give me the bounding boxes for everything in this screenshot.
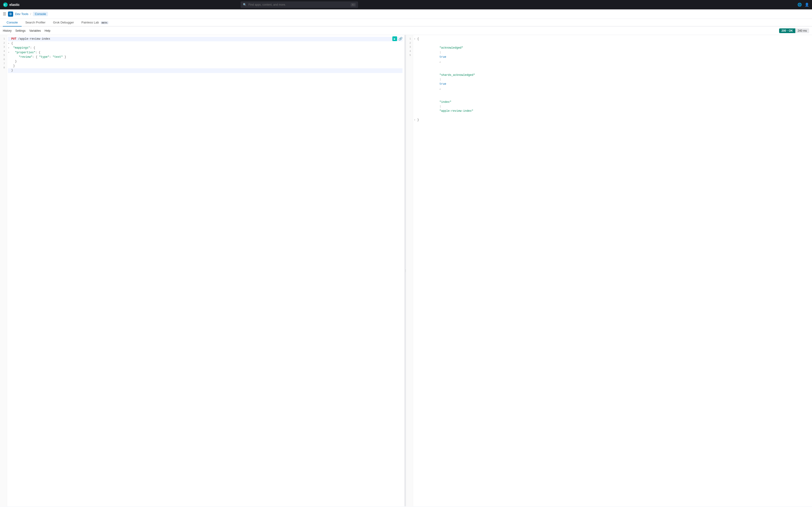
run-button[interactable]: ▶ bbox=[392, 36, 397, 41]
editor-line-7: } bbox=[8, 64, 402, 68]
help-icon[interactable]: 🌐 bbox=[798, 3, 802, 7]
tab-console[interactable]: Console bbox=[3, 19, 21, 26]
hamburger-icon[interactable]: ☰ bbox=[3, 12, 6, 16]
resp-fold-5: ▾ bbox=[414, 118, 417, 122]
fold-icon-2: ▾ bbox=[8, 42, 11, 46]
line-numbers: 1 2 3 4 5 6 7 8 bbox=[0, 35, 7, 506]
response-line-1: ▾ { bbox=[414, 37, 810, 41]
editor-panel[interactable]: 1 2 3 4 5 6 7 8 PUT /apple-review-index bbox=[0, 35, 405, 506]
code-content[interactable]: PUT /apple-review-index ▶ 🔗 ▾ { ▾ "ma bbox=[7, 35, 404, 506]
response-content: ▾ { "acknowledged" : true , bbox=[413, 35, 812, 506]
copy-button[interactable]: 🔗 bbox=[399, 37, 402, 41]
search-shortcut: ⌘/ bbox=[351, 3, 356, 7]
svg-text:e: e bbox=[4, 3, 5, 6]
elastic-logo-icon: e bbox=[3, 2, 8, 7]
response-line-3: "shards_acknowledged" : true , bbox=[414, 68, 810, 95]
tab-painless-lab[interactable]: Painless Lab BETA bbox=[78, 19, 112, 26]
search-icon: 🔍 bbox=[243, 3, 247, 6]
elastic-logo-text: elastic bbox=[9, 3, 20, 7]
global-search-input[interactable] bbox=[248, 3, 349, 6]
editor-container: 1 2 3 4 5 6 7 8 PUT /apple-review-index bbox=[0, 35, 812, 506]
response-line-4: "index" : "apple-review-index" bbox=[414, 95, 810, 118]
resp-fold-1: ▾ bbox=[414, 37, 417, 41]
help-button[interactable]: Help bbox=[45, 29, 51, 33]
status-ok-label: 200 - OK bbox=[779, 29, 795, 33]
response-line-numbers: 1 2 3 4 5 bbox=[406, 35, 413, 506]
editor-line-3: ▾ "mappings": { bbox=[8, 46, 402, 50]
status-badge-group: 200 - OK 240 ms bbox=[779, 29, 809, 33]
history-button[interactable]: History bbox=[3, 29, 11, 33]
response-line-5: ▾ } bbox=[414, 118, 810, 122]
response-panel: 1 2 3 4 5 ▾ { "acknowledged" : bbox=[406, 35, 812, 506]
toolbar: History Settings Variables Help 200 - OK… bbox=[0, 26, 812, 35]
editor-line-5: "review": { "type": "text" } bbox=[8, 55, 402, 59]
status-time-label: 240 ms bbox=[795, 29, 809, 33]
breadcrumb-dev-tools[interactable]: Dev Tools bbox=[15, 12, 29, 16]
svg-point-0 bbox=[3, 2, 7, 7]
global-search-bar[interactable]: 🔍 ⌘/ bbox=[241, 1, 358, 8]
beta-badge: BETA bbox=[101, 21, 108, 24]
tab-grok-debugger[interactable]: Grok Debugger bbox=[49, 19, 78, 26]
breadcrumb-separator: / bbox=[30, 12, 31, 16]
code-actions: ▶ 🔗 bbox=[392, 36, 402, 41]
editor-line-2: ▾ { bbox=[8, 41, 402, 46]
top-nav: e elastic 🔍 ⌘/ 🌐 👤 bbox=[0, 0, 812, 9]
response-line-2: "acknowledged" : true , bbox=[414, 41, 810, 68]
editor-line-1: PUT /apple-review-index ▶ 🔗 bbox=[8, 37, 402, 41]
editor-line-4: ▾ "properties": { bbox=[8, 50, 402, 55]
breadcrumb-console[interactable]: Console bbox=[33, 12, 48, 16]
tab-bar: Console Search Profiler Grok Debugger Pa… bbox=[0, 19, 812, 26]
code-area: 1 2 3 4 5 6 7 8 PUT /apple-review-index bbox=[0, 35, 404, 506]
user-menu-icon[interactable]: 👤 bbox=[805, 3, 809, 7]
variables-button[interactable]: Variables bbox=[30, 29, 41, 33]
response-code-area: 1 2 3 4 5 ▾ { "acknowledged" : bbox=[406, 35, 812, 506]
editor-line-8: } bbox=[8, 68, 402, 73]
fold-icon-3: ▾ bbox=[8, 46, 11, 50]
settings-button[interactable]: Settings bbox=[15, 29, 26, 33]
breadcrumb-bar: ☰ D Dev Tools / Console bbox=[0, 9, 812, 19]
elastic-logo[interactable]: e elastic bbox=[3, 2, 20, 7]
nav-right: 🌐 👤 bbox=[798, 3, 809, 7]
tab-search-profiler[interactable]: Search Profiler bbox=[21, 19, 49, 26]
editor-line-6: } bbox=[8, 59, 402, 64]
fold-icon-4: ▾ bbox=[8, 51, 11, 54]
workspace-avatar[interactable]: D bbox=[8, 11, 13, 17]
